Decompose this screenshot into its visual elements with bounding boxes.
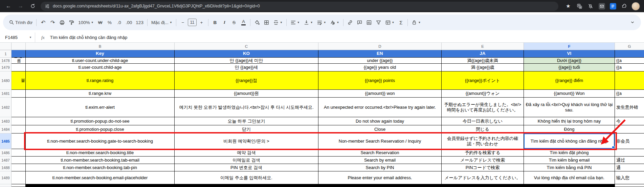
cell-C1481[interactable]: {{amount}}원 [175,90,318,98]
cell-F1482[interactable]: Đã xảy ra lỗi.<br/>Quý khách vui lòng th… [524,98,615,117]
cell-A1489[interactable] [12,171,26,184]
cell-F1485[interactable]: Tìm kiếm đặt chỗ không cần đăng nhập [524,133,615,149]
cell-B-partial[interactable] [26,184,175,187]
cell-G1485[interactable]: 非会员 [615,133,644,149]
cell-A1482[interactable] [12,98,26,117]
cell-E1488[interactable]: PINコードで検索 [442,164,524,171]
formula-input[interactable]: Tìm kiếm đặt chỗ không cần đăng nhập [50,33,127,42]
decrease-font-size-button[interactable]: − [178,17,187,27]
cell-F1480[interactable]: {{range}} điểm [524,71,615,90]
cell-C1487[interactable]: 이메일로 검색 [175,157,318,164]
cell-B1486[interactable]: tl.non-member.search-booking.title [26,149,175,157]
row-header-1478[interactable]: 1478 [0,58,12,64]
column-header-G[interactable]: G [615,43,644,50]
cell-E1484[interactable]: 閉じる [442,125,524,133]
column-header-C[interactable]: C [175,43,318,50]
mail-button[interactable] [598,2,605,10]
row-header-1483[interactable]: 1483 [0,117,12,125]
cell-E1[interactable]: JA [442,50,524,58]
cell-B1489[interactable]: tl.non-member.search-booking.email-place… [26,171,175,184]
cell-D1479[interactable]: {{age}} years old [318,64,442,71]
cell-A1488[interactable] [12,164,26,171]
notifications-button[interactable] [587,2,594,10]
cell-E1480[interactable]: {{range}}ポイント [442,71,524,90]
cell-A1485[interactable] [12,133,26,149]
cell-D1478[interactable]: under {{age}} [318,58,442,64]
create-filter-button[interactable] [374,17,383,27]
cell-B1482[interactable]: tl.exim.err-alert [26,98,175,117]
column-header-F[interactable]: F [524,43,615,50]
more-formats-button[interactable]: 123 [134,17,145,27]
column-header-B[interactable]: B [26,43,175,50]
cell-G1484[interactable] [615,125,644,133]
row-header-partial[interactable] [0,184,12,187]
column-header-A[interactable] [12,43,26,50]
cell-D1487[interactable]: Search by email [318,157,442,164]
borders-button[interactable] [262,17,271,27]
cell-B1488[interactable]: tl.non-member.search-booking.tab-pin [26,164,175,171]
cell-F1[interactable]: VI [524,50,615,58]
cell-C1480[interactable]: {{range}}점 [175,71,318,90]
cell-F1483[interactable]: Không hiển thị lại trong hôm nay [524,117,615,125]
percent-format-button[interactable]: % [105,17,114,27]
text-rotation-button[interactable]: ▼ [328,17,341,27]
cell-E1478[interactable]: 満{{age}}歳未満 [442,58,524,64]
cell-C1489[interactable]: 이메일 주소를 입력하세요. [175,171,318,184]
cell-A1481[interactable] [12,90,26,98]
cell-A1480[interactable]: 블 [12,71,26,90]
cell-A1487[interactable] [12,157,26,164]
undo-button[interactable]: ↶ [39,17,48,27]
paint-format-button[interactable] [67,17,76,27]
cell-G1483[interactable]: 今 [615,117,644,125]
cell-D1483[interactable]: Do not show again today [318,117,442,125]
insert-link-button[interactable] [346,17,355,27]
cell-D1[interactable]: EN [318,50,442,58]
cell-A-partial[interactable] [12,184,26,187]
column-header-D[interactable]: D [318,43,442,50]
strikethrough-button[interactable]: S [229,17,239,27]
cell-D1481[interactable]: {{amount}} won [318,90,442,98]
docs-extension-button[interactable] [609,2,617,10]
cell-E1489[interactable]: メールアドレスを入力してください。 [442,171,524,184]
profile-avatar[interactable] [631,2,640,11]
cell-C1482[interactable]: 예기치 못한 오류가 발생하였습니다.<br/>잠시 후 다시 시도해주세요. [175,98,318,117]
font-select[interactable]: Mặc đị...▼ [150,17,174,27]
cell-G-partial[interactable] [615,184,644,187]
cell-D1488[interactable]: Search by PIN [318,164,442,171]
cell-G1481[interactable]: {{a [615,90,644,98]
currency-format-button[interactable]: ₩ [96,17,105,27]
cell-G1478[interactable]: {{a [615,58,644,64]
fill-color-button[interactable] [252,17,262,27]
insert-chart-button[interactable] [364,17,374,27]
cell-C1486[interactable]: 예약 검색 [175,149,318,157]
cell-C1478[interactable]: 만 {{age}}세 미만 [175,58,318,64]
reload-button[interactable] [28,2,37,11]
cell-D1485[interactable]: Non-member Search Reservation / Inquiry [318,133,442,149]
cell-B1480[interactable]: tl.range.rating [26,71,175,90]
cell-D-partial[interactable] [318,184,442,187]
column-header-E[interactable]: E [442,43,524,50]
cell-B1484[interactable]: tl.promotion-popup.close [26,125,175,133]
cell-F1489[interactable]: Vui lòng nhập địa chỉ email của bạn. [524,171,615,184]
bookmark-star-button[interactable]: ★ [564,2,572,10]
row-header-1481[interactable]: 1481 [0,90,12,98]
cell-E1485[interactable]: 会員登録せずに予約された内容の確認・問い合わせ [442,133,524,149]
insert-comment-button[interactable] [355,17,364,27]
cell-D1480[interactable]: {{range}} points [318,71,442,90]
cell-A1479[interactable] [12,64,26,71]
menus-search-button[interactable]: Trình đơ [7,17,34,27]
row-header-1[interactable]: 1 [0,50,12,58]
decrease-decimals-button[interactable]: .0 [115,17,124,27]
cell-E1482[interactable]: 予期せぬエラーが発生しました。<br/>時間をおいて再度お試しください。 [442,98,524,117]
cell-G1489[interactable]: 输入您 [615,171,644,184]
table-views-button[interactable]: ▼ [383,17,396,27]
cell-B1487[interactable]: tl.non-member.search-booking.tab-email [26,157,175,164]
cell-B1485[interactable]: tl.non-member.search-booking.gate-to-sea… [26,133,175,149]
increase-font-size-button[interactable]: + [197,17,206,27]
cell-C-partial[interactable] [175,184,318,187]
data-protection-button[interactable]: ▼ [410,17,422,27]
bold-button[interactable]: B [210,17,220,27]
cell-E1487[interactable]: メールアドレスで検索 [442,157,524,164]
cell-C1485[interactable]: 비회원 예약확인/문의 > [175,133,318,149]
row-header-1485[interactable]: 1485 [0,133,12,149]
